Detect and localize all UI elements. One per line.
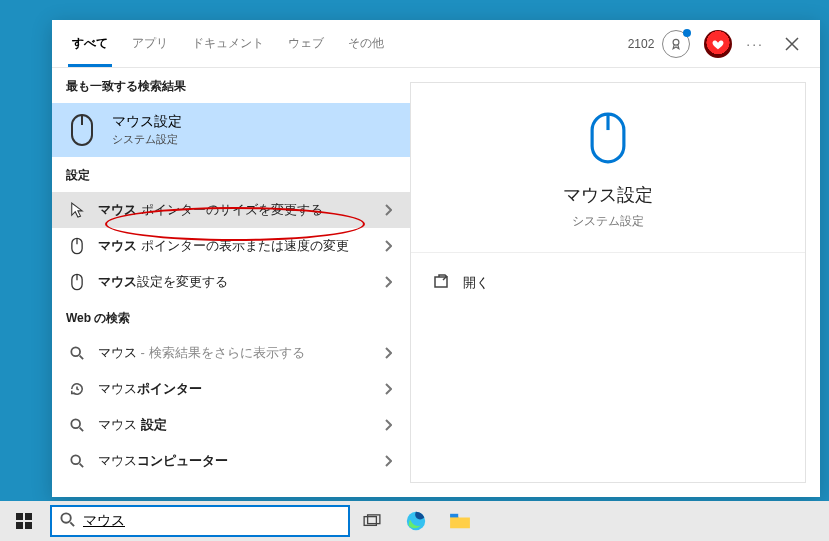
- best-match-sub: システム設定: [112, 132, 182, 147]
- best-match-header: 最も一致する検索結果: [52, 68, 410, 103]
- chevron-right-icon: [376, 377, 400, 401]
- start-button[interactable]: [0, 501, 48, 541]
- svg-point-11: [71, 455, 80, 464]
- search-icon: [66, 418, 88, 432]
- tab-apps[interactable]: アプリ: [120, 20, 180, 67]
- open-icon: [433, 274, 449, 293]
- close-button[interactable]: [778, 30, 806, 58]
- cursor-icon: [66, 201, 88, 219]
- tab-all[interactable]: すべて: [60, 20, 120, 67]
- search-icon: [66, 346, 88, 360]
- mouse-icon: [66, 114, 98, 146]
- preview-pane: マウス設定 システム設定 開く: [410, 82, 806, 483]
- search-icon: [60, 512, 75, 531]
- svg-line-8: [80, 356, 84, 360]
- settings-result-pointer-size[interactable]: マウス ポインターのサイズを変更する: [52, 192, 410, 228]
- history-icon: [66, 382, 88, 396]
- mouse-small-icon: [66, 237, 88, 255]
- svg-rect-25: [450, 514, 458, 518]
- taskbar-search-box[interactable]: [50, 505, 350, 537]
- preview-sub: システム設定: [572, 213, 644, 230]
- svg-rect-18: [16, 522, 23, 529]
- settings-result-pointer-speed[interactable]: マウス ポインターの表示または速度の変更: [52, 228, 410, 264]
- tab-web[interactable]: ウェブ: [276, 20, 336, 67]
- best-match-title: マウス設定: [112, 113, 182, 131]
- chevron-right-icon: [376, 413, 400, 437]
- web-header: Web の検索: [52, 300, 410, 335]
- settings-result-change-mouse[interactable]: マウス設定を変更する: [52, 264, 410, 300]
- svg-point-9: [71, 419, 80, 428]
- search-icon: [66, 454, 88, 468]
- edge-taskbar-icon[interactable]: [394, 501, 438, 541]
- svg-line-10: [80, 428, 84, 432]
- explorer-taskbar-icon[interactable]: [438, 501, 482, 541]
- rewards-medal-icon[interactable]: [662, 30, 690, 58]
- rewards-points: 2102: [628, 37, 655, 51]
- taskbar-search-input[interactable]: [83, 513, 340, 529]
- mouse-large-icon: [581, 111, 635, 169]
- chevron-right-icon: [376, 449, 400, 473]
- tab-documents[interactable]: ドキュメント: [180, 20, 276, 67]
- topbar-right: 2102 ···: [628, 30, 812, 58]
- svg-line-21: [70, 522, 74, 526]
- tab-more[interactable]: その他: [336, 20, 400, 67]
- svg-rect-19: [25, 522, 32, 529]
- svg-rect-16: [16, 513, 23, 520]
- settings-header: 設定: [52, 157, 410, 192]
- mouse-outline-icon: [66, 273, 88, 291]
- chevron-right-icon: [376, 270, 400, 294]
- preview-title: マウス設定: [563, 183, 653, 207]
- svg-point-20: [61, 513, 70, 522]
- user-avatar[interactable]: [704, 30, 732, 58]
- svg-point-0: [673, 39, 679, 45]
- web-result-settings[interactable]: マウス 設定: [52, 407, 410, 443]
- taskbar: [0, 501, 829, 541]
- search-topbar: すべて アプリ ドキュメント ウェブ その他 2102 ···: [52, 20, 820, 68]
- chevron-right-icon: [376, 198, 400, 222]
- best-match-item[interactable]: マウス設定 システム設定: [52, 103, 410, 157]
- svg-line-12: [80, 464, 84, 468]
- web-result-computer[interactable]: マウスコンピューター: [52, 443, 410, 479]
- task-view-button[interactable]: [350, 501, 394, 541]
- svg-point-7: [71, 347, 80, 356]
- scope-tabs: すべて アプリ ドキュメント ウェブ その他: [60, 20, 400, 67]
- web-result-pointer[interactable]: マウスポインター: [52, 371, 410, 407]
- open-action[interactable]: 開く: [415, 263, 801, 303]
- search-results-panel: すべて アプリ ドキュメント ウェブ その他 2102 ···: [52, 20, 820, 497]
- chevron-right-icon: [376, 341, 400, 365]
- results-list: 最も一致する検索結果 マウス設定 システム設定 設定 マウス ポインターのサイズ…: [52, 68, 410, 497]
- chevron-right-icon: [376, 234, 400, 258]
- web-result-more[interactable]: マウス - 検索結果をさらに表示する: [52, 335, 410, 371]
- svg-rect-17: [25, 513, 32, 520]
- more-options-button[interactable]: ···: [746, 36, 764, 52]
- notification-dot: [683, 29, 691, 37]
